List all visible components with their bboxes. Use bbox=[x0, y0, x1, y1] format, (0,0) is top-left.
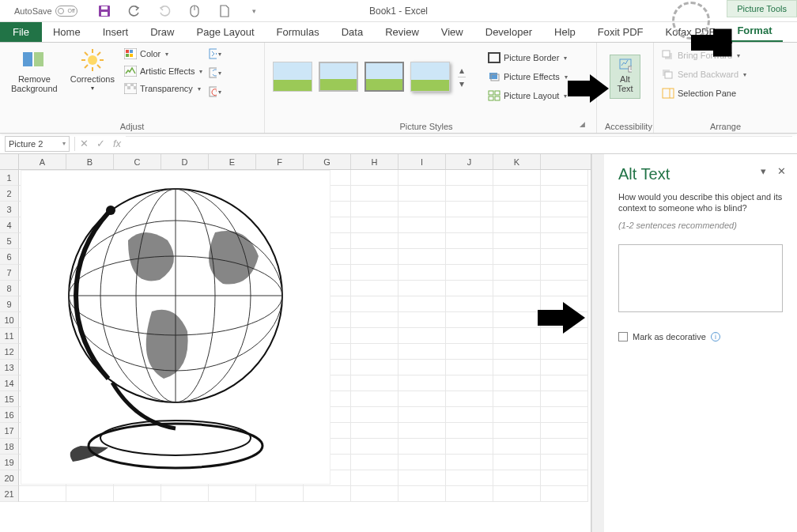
cell[interactable] bbox=[493, 296, 541, 312]
cell[interactable] bbox=[541, 360, 588, 375]
col-header[interactable]: F bbox=[256, 154, 304, 169]
mouse-icon[interactable] bbox=[188, 5, 201, 17]
cell[interactable] bbox=[493, 265, 541, 281]
send-backward-button[interactable]: Send Backward bbox=[662, 68, 789, 81]
tab-draw[interactable]: Draw bbox=[139, 22, 185, 42]
cell[interactable] bbox=[493, 391, 541, 407]
tab-data[interactable]: Data bbox=[331, 22, 374, 42]
cell[interactable] bbox=[541, 344, 588, 360]
cell[interactable] bbox=[351, 217, 398, 233]
cell[interactable] bbox=[446, 233, 493, 249]
cell[interactable] bbox=[209, 486, 256, 502]
styles-dialog-launcher[interactable]: ◢ bbox=[580, 120, 588, 131]
cell[interactable] bbox=[541, 202, 588, 217]
tab-help[interactable]: Help bbox=[543, 22, 587, 42]
cell[interactable] bbox=[351, 470, 398, 486]
cell[interactable] bbox=[541, 455, 588, 470]
row-header[interactable]: 3 bbox=[0, 202, 19, 217]
cell[interactable] bbox=[351, 344, 398, 360]
cell[interactable] bbox=[541, 186, 588, 202]
cell[interactable] bbox=[541, 249, 588, 265]
cell[interactable] bbox=[446, 407, 493, 423]
cell[interactable] bbox=[446, 344, 493, 360]
cell[interactable] bbox=[398, 423, 446, 439]
cell[interactable] bbox=[398, 375, 446, 391]
decorative-checkbox[interactable] bbox=[618, 332, 628, 341]
redo-icon[interactable] bbox=[158, 5, 171, 17]
col-header[interactable]: I bbox=[398, 154, 446, 169]
corrections-button[interactable]: Corrections ▾ bbox=[67, 46, 118, 94]
tab-foxit-pdf[interactable]: Foxit PDF bbox=[587, 22, 655, 42]
row-header[interactable]: 5 bbox=[0, 233, 19, 249]
cell[interactable] bbox=[446, 328, 493, 344]
tab-developer[interactable]: Developer bbox=[474, 22, 543, 42]
selection-pane-button[interactable]: Selection Pane bbox=[662, 87, 789, 100]
cell[interactable] bbox=[541, 217, 588, 233]
compress-picture-button[interactable] bbox=[209, 47, 221, 60]
tab-view[interactable]: View bbox=[430, 22, 474, 42]
row-header[interactable]: 4 bbox=[0, 217, 19, 233]
cell[interactable] bbox=[398, 344, 446, 360]
cell[interactable] bbox=[351, 202, 398, 217]
reset-picture-button[interactable] bbox=[209, 85, 221, 98]
cell[interactable] bbox=[398, 186, 446, 202]
cell[interactable] bbox=[541, 439, 588, 455]
artistic-effects-button[interactable]: Artistic Effects bbox=[124, 65, 202, 77]
inserted-picture-globe[interactable] bbox=[21, 170, 331, 485]
row-header[interactable]: 12 bbox=[0, 344, 19, 360]
style-thumb-3[interactable] bbox=[365, 62, 404, 92]
file-tab[interactable]: File bbox=[0, 22, 42, 42]
cell[interactable] bbox=[446, 423, 493, 439]
row-header[interactable]: 1 bbox=[0, 170, 19, 186]
cell[interactable] bbox=[351, 375, 398, 391]
info-icon[interactable]: i bbox=[711, 332, 720, 341]
gallery-more-button[interactable]: ▴▾ bbox=[456, 65, 467, 89]
cell[interactable] bbox=[493, 233, 541, 249]
cell[interactable] bbox=[541, 265, 588, 281]
cell[interactable] bbox=[351, 455, 398, 470]
save-icon[interactable] bbox=[98, 5, 111, 17]
cell[interactable] bbox=[493, 455, 541, 470]
cell[interactable] bbox=[493, 375, 541, 391]
cell[interactable] bbox=[351, 265, 398, 281]
cell[interactable] bbox=[398, 233, 446, 249]
col-header[interactable]: C bbox=[114, 154, 161, 169]
pane-options-icon[interactable]: ▾ bbox=[761, 165, 766, 177]
col-header[interactable]: B bbox=[66, 154, 114, 169]
picture-layout-button[interactable]: Picture Layout bbox=[488, 89, 568, 102]
row-header[interactable]: 21 bbox=[0, 486, 19, 502]
cell[interactable] bbox=[398, 217, 446, 233]
cell[interactable] bbox=[446, 202, 493, 217]
cell[interactable] bbox=[446, 186, 493, 202]
cell[interactable] bbox=[493, 344, 541, 360]
spreadsheet-grid[interactable]: A B C D E F G H I J K 123456789101112131… bbox=[0, 154, 591, 532]
cell[interactable] bbox=[351, 296, 398, 312]
cell[interactable] bbox=[398, 170, 446, 186]
cell[interactable] bbox=[493, 423, 541, 439]
row-header[interactable]: 2 bbox=[0, 186, 19, 202]
cell[interactable] bbox=[351, 170, 398, 186]
cell[interactable] bbox=[541, 375, 588, 391]
cell[interactable] bbox=[398, 312, 446, 328]
cell[interactable] bbox=[541, 281, 588, 296]
row-header[interactable]: 11 bbox=[0, 328, 19, 344]
change-picture-button[interactable] bbox=[209, 66, 221, 79]
cell[interactable] bbox=[446, 360, 493, 375]
cell[interactable] bbox=[256, 486, 304, 502]
row-header[interactable]: 14 bbox=[0, 375, 19, 391]
cell[interactable] bbox=[114, 486, 161, 502]
cell[interactable] bbox=[351, 391, 398, 407]
row-header[interactable]: 7 bbox=[0, 265, 19, 281]
cell[interactable] bbox=[446, 470, 493, 486]
cell[interactable] bbox=[446, 217, 493, 233]
fx-icon[interactable]: fx bbox=[113, 138, 121, 149]
style-thumb-4[interactable] bbox=[410, 62, 450, 92]
undo-icon[interactable] bbox=[128, 5, 141, 17]
cell[interactable] bbox=[446, 455, 493, 470]
cell[interactable] bbox=[446, 486, 493, 502]
cell[interactable] bbox=[19, 486, 66, 502]
cell[interactable] bbox=[351, 233, 398, 249]
tab-page-layout[interactable]: Page Layout bbox=[186, 22, 266, 42]
cell[interactable] bbox=[66, 486, 114, 502]
cancel-icon[interactable]: ✕ bbox=[80, 138, 89, 149]
